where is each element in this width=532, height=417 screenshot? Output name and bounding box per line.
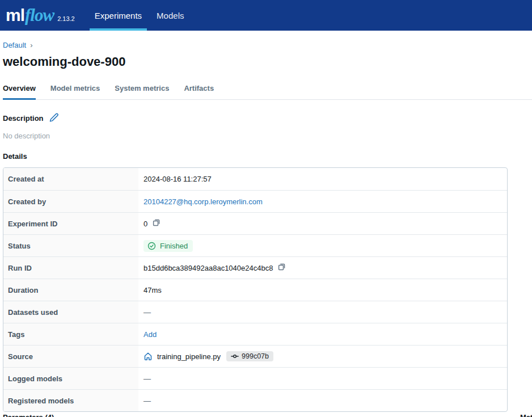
description-heading-text: Description	[3, 114, 44, 123]
table-row-tags: Tags Add	[3, 323, 507, 345]
check-circle-icon	[147, 242, 156, 250]
row-value: training_pipeline.py 999c07b	[138, 346, 507, 367]
mlflow-logo[interactable]: mlflow 2.13.2	[0, 0, 87, 31]
tab-model-metrics[interactable]: Model metrics	[50, 84, 100, 99]
tab-artifacts[interactable]: Artifacts	[184, 84, 214, 99]
main-content: Default › welcoming-dove-900 Overview Mo…	[0, 41, 532, 412]
breadcrumb-experiment-link[interactable]: Default	[3, 41, 26, 49]
row-label: Datasets used	[3, 301, 138, 323]
edit-description-button[interactable]	[49, 113, 58, 124]
pencil-icon	[49, 113, 58, 124]
table-row-created-by: Created by 20104227@hq.corp.leroymerlin.…	[3, 190, 507, 212]
table-row-logged-models: Logged models —	[3, 367, 507, 389]
table-row-registered-models: Registered models —	[3, 389, 507, 411]
tab-overview[interactable]: Overview	[3, 84, 36, 99]
row-label: Created at	[3, 168, 138, 190]
empty-value-dash: —	[143, 374, 151, 383]
row-label: Source	[3, 346, 138, 367]
breadcrumb: Default ›	[3, 41, 532, 49]
table-row-experiment-id: Experiment ID 0	[3, 212, 507, 234]
navbar-tabs: Experiments Models	[87, 0, 192, 31]
copy-run-id-button[interactable]	[277, 263, 286, 273]
table-row-duration: Duration 47ms	[3, 279, 507, 301]
add-tag-link[interactable]: Add	[143, 330, 157, 339]
table-row-status: Status Finished	[3, 234, 507, 256]
copy-icon	[152, 218, 161, 229]
row-value: 47ms	[138, 279, 507, 301]
row-value: —	[138, 301, 507, 323]
details-heading: Details	[3, 152, 532, 161]
experiment-id-value: 0	[143, 220, 147, 228]
logo-ml-text: ml	[6, 6, 24, 25]
created-at-value: 2024-08-16 11:27:57	[143, 175, 212, 183]
page-title: welcoming-dove-900	[3, 54, 532, 69]
logo-flow-text: flow	[25, 5, 54, 26]
run-page-tabs: Overview Model metrics System metrics Ar…	[3, 84, 532, 100]
row-value: —	[138, 390, 507, 411]
description-heading: Description	[3, 113, 532, 124]
parameters-section-heading: Parameters (4)	[3, 413, 54, 417]
table-row-datasets-used: Datasets used —	[3, 301, 507, 323]
row-label: Tags	[3, 323, 138, 345]
row-label: Duration	[3, 279, 138, 301]
duration-value: 47ms	[143, 286, 162, 294]
run-id-value: b15dd6bca389492aa8ac1040e24c4bc8	[143, 264, 273, 272]
created-by-link[interactable]: 20104227@hq.corp.leroymerlin.com	[143, 197, 263, 206]
row-label: Created by	[3, 191, 138, 212]
git-commit-icon	[231, 352, 239, 360]
row-label: Run ID	[3, 257, 138, 279]
row-label: Registered models	[3, 390, 138, 411]
source-filename: training_pipeline.py	[157, 352, 221, 361]
chevron-right-icon: ›	[30, 41, 32, 49]
row-label: Status	[3, 235, 138, 256]
row-value: 2024-08-16 11:27:57	[138, 168, 507, 190]
version-label: 2.13.2	[57, 15, 75, 22]
row-value: —	[138, 368, 507, 389]
nav-tab-models[interactable]: Models	[149, 0, 191, 31]
nav-tab-experiments[interactable]: Experiments	[87, 0, 149, 31]
row-value: 20104227@hq.corp.leroymerlin.com	[138, 191, 507, 212]
home-icon	[143, 352, 153, 361]
table-row-source: Source training_pipeline.py 999c07b	[3, 345, 507, 367]
empty-value-dash: —	[143, 397, 151, 405]
table-row-run-id: Run ID b15dd6bca389492aa8ac1040e24c4bc8	[3, 256, 507, 279]
row-value: Add	[138, 323, 507, 345]
row-value: 0	[138, 213, 507, 234]
row-label: Experiment ID	[3, 213, 138, 234]
row-label: Logged models	[3, 368, 138, 389]
top-navbar: mlflow 2.13.2 Experiments Models	[0, 0, 532, 31]
status-badge: Finished	[143, 240, 193, 252]
row-value: Finished	[138, 235, 507, 256]
commit-hash: 999c07b	[242, 352, 269, 360]
tab-system-metrics[interactable]: System metrics	[115, 84, 169, 99]
copy-icon	[277, 263, 286, 273]
row-value: b15dd6bca389492aa8ac1040e24c4bc8	[138, 257, 507, 279]
empty-value-dash: —	[143, 308, 151, 317]
copy-experiment-id-button[interactable]	[152, 218, 161, 229]
table-row-created-at: Created at 2024-08-16 11:27:57	[3, 168, 507, 190]
status-text: Finished	[160, 242, 188, 250]
no-description-text: No description	[3, 132, 532, 140]
commit-badge: 999c07b	[226, 351, 273, 361]
details-table: Created at 2024-08-16 11:27:57 Created b…	[3, 167, 508, 412]
metrics-section-heading: Metrics	[520, 413, 532, 417]
